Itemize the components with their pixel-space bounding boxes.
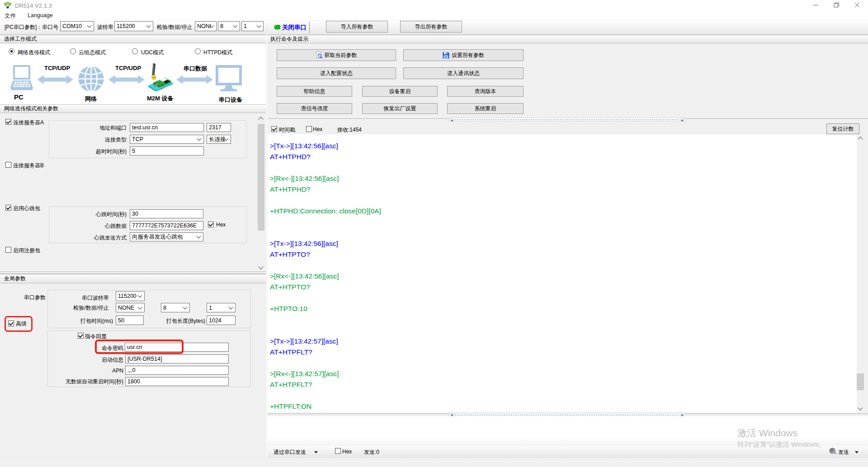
send-count: 发送:0 [364,448,379,456]
hb-data-input[interactable]: 7777772E7573722E636E [130,221,203,230]
stopbits-select[interactable]: 1 [241,21,264,31]
timestamp-checkbox[interactable] [271,126,277,132]
log-line: >[Rx<-][13:42:57][asc] [270,368,864,379]
floppy-save-icon [443,52,449,59]
global-parity-select[interactable]: NONE [116,303,145,312]
menu-file[interactable]: 文件 [5,12,16,20]
splitter-arrow-icon[interactable] [679,118,685,122]
echo-checkbox[interactable] [78,333,84,339]
radio-udc[interactable] [132,48,138,54]
device-restart-button[interactable]: 设备重启 [362,86,438,97]
factory-reset-button[interactable]: 恢复出厂设置 [362,103,438,114]
close-button[interactable] [847,0,867,10]
button-label: 获取当前参数 [325,52,357,59]
input-value: ,,,0 [127,367,135,373]
register-checkbox[interactable] [5,247,11,253]
close-port-button[interactable]: 关闭串口 [282,24,307,32]
radio-net-transparent-label: 网络透传模式 [18,49,50,57]
enter-comm-button[interactable]: 进入通讯状态 [403,67,524,79]
scroll-up-icon[interactable] [258,117,263,122]
boot-msg-input[interactable]: [USR-DR514] [125,354,229,363]
log-line [270,227,864,238]
recv-hex-checkbox[interactable] [306,126,312,132]
send-hex-checkbox[interactable] [335,448,341,454]
menu-language[interactable]: Language [28,12,53,19]
params-scrollbar-thumb[interactable] [258,124,264,231]
receive-log[interactable]: >[Tx->][13:42:56][asc]AT+HTPHD?>[Rx<-][1… [268,134,864,412]
help-button[interactable]: 帮助信息 [277,86,352,97]
global-baud-select[interactable]: 115200 [116,291,145,301]
import-params-button[interactable]: 导入所有参数 [326,21,388,33]
maximize-button[interactable] [826,0,846,10]
log-line [270,325,864,336]
scroll-up-icon[interactable] [858,137,863,142]
pack-time-input[interactable]: 50 [116,316,144,325]
query-version-button[interactable]: 查询版本 [447,86,524,97]
log-line: >[Tx->][13:42:56][asc] [270,141,864,151]
get-params-button[interactable]: 获取当前参数 [277,49,396,61]
radio-httpd[interactable] [195,48,201,54]
log-line: +HTPHD:Connection: close[0D][0A] [270,206,864,217]
splitter-handle[interactable] [448,118,685,122]
server-port-input[interactable]: 2317 [207,123,231,132]
cmd-pwd-input[interactable]: usr.cn [125,343,229,352]
speaker-icon [829,448,837,455]
com-port-select[interactable]: COM10 [60,21,94,31]
advanced-checkbox[interactable] [8,321,14,326]
parity-label: 检验/数据/停止 [157,24,193,31]
params-scrollbar[interactable] [257,115,265,271]
minimize-button[interactable] [805,0,826,10]
log-line: >[Rx<-][13:42:56][asc] [270,173,864,184]
global-databits-select[interactable]: 8 [161,303,190,312]
set-params-button[interactable]: 设置所有参数 [403,49,524,61]
send-via-serial-dropdown[interactable]: 通过串口发送 [274,448,306,456]
restart-label: 无数据自动重启时间(秒) [27,378,123,386]
reset-counter-button[interactable]: 复位计数 [826,123,859,134]
log-scrollbar[interactable] [857,134,864,412]
select-value: 向服务器发送心跳包 [132,233,183,241]
databits-select[interactable]: 8 [218,21,240,31]
input-value: test.usr.cn [132,124,158,131]
log-line: AT+HTPHD? [270,151,864,162]
log-line: AT+HTPFLT? [270,379,864,390]
system-restart-button[interactable]: 系统重启 [447,103,524,114]
log-text: +HTPHD:Connection: close[0D][0A] [270,207,381,215]
button-label: 查询版本 [475,88,496,95]
server-addr-input[interactable]: test.usr.cn [130,123,204,132]
hb-mode-select[interactable]: 向服务器发送心跳包 [130,232,203,241]
scroll-down-icon[interactable] [858,405,863,410]
net-params-area: 连接服务器A 地址和端口 test.usr.cn 2317 连接类型 TCP 长… [0,113,266,272]
heartbeat-checkbox[interactable] [5,205,11,211]
restart-input[interactable]: 1800 [125,377,229,386]
parity-select[interactable]: NONI [195,21,217,31]
link2-label: TCP/UDP [115,65,141,71]
scroll-down-icon[interactable] [258,264,263,269]
log-text: AT+HTPTO? [270,283,310,291]
enter-config-button[interactable]: 进入配置状态 [277,67,396,79]
radio-net-transparent[interactable] [9,48,14,54]
log-lines: >[Tx->][13:42:56][asc]AT+HTPHD?>[Rx<-][1… [268,134,864,412]
splitter-arrow-icon[interactable] [449,118,455,122]
global-stopbits-select[interactable]: 1 [207,303,236,312]
hb-time-input[interactable]: 30 [130,209,203,218]
conn-type-select[interactable]: TCP [130,135,204,144]
apn-input[interactable]: ,,,0 [125,366,229,375]
server-b-checkbox[interactable] [5,162,11,168]
conn-mode-select[interactable]: 长连接 [207,135,231,144]
baud-select[interactable]: 115200 [114,21,153,31]
button-label: 进入通讯状态 [447,70,480,77]
radio-cloud[interactable] [70,48,76,54]
send-button[interactable]: 发送 [838,448,849,456]
export-params-button[interactable]: 导出所有参数 [400,21,462,33]
work-mode-header: 选择工作模式 [0,35,266,43]
server-a-checkbox[interactable] [5,119,11,125]
pack-len-input[interactable]: 1024 [207,316,236,325]
log-scrollbar-thumb[interactable] [857,373,864,390]
timeout-input[interactable]: 5 [130,146,204,156]
cmd-pwd-label: 命令密码 [60,344,123,352]
heartbeat-label: 启用心跳包 [13,205,40,212]
signal-button[interactable]: 查信号强度 [277,103,352,114]
baud-label: 波特率 [97,24,113,31]
hb-hex-checkbox[interactable] [208,222,214,227]
chevron-down-icon [197,234,201,239]
